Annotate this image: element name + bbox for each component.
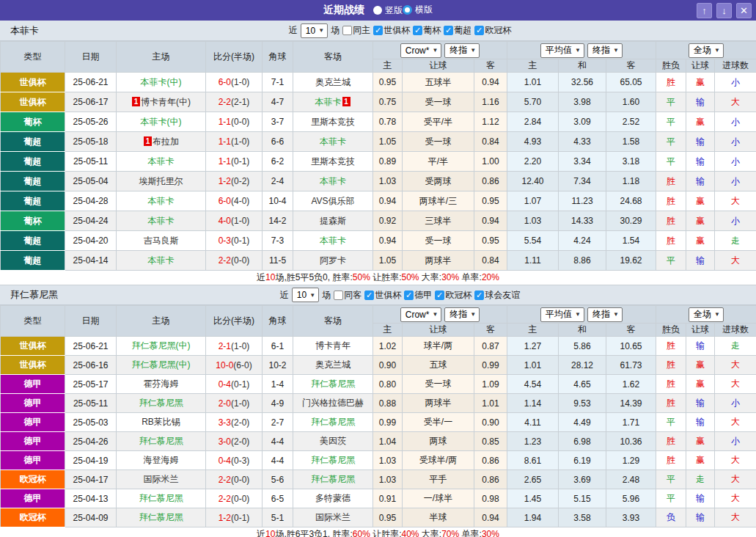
odds-home: 1.04 bbox=[373, 432, 403, 451]
team-label: 阿罗卡 bbox=[320, 255, 346, 266]
away-team: 本菲卡 bbox=[293, 231, 373, 251]
home-team: RB莱比锡 bbox=[117, 413, 206, 432]
avg-draw: 32.56 bbox=[559, 73, 606, 92]
filter-checkbox[interactable]: ✓欧冠杯 bbox=[474, 24, 511, 37]
table-row: 世俱杯25-06-21拜仁慕尼黑(中)2-1(1-0)6-1博卡青年1.02球半… bbox=[1, 337, 756, 356]
odds-source-select[interactable]: Crow*▼ bbox=[400, 43, 442, 58]
odds-time-select[interactable]: 终指▼ bbox=[444, 307, 480, 322]
avg-away: 14.39 bbox=[606, 394, 656, 413]
odds-away: 0.90 bbox=[474, 413, 507, 432]
league-badge: 德甲 bbox=[1, 394, 65, 413]
move-up-button[interactable]: ↑ bbox=[697, 3, 712, 18]
result-outcome: 负 bbox=[656, 508, 686, 527]
red-card-badge: 1 bbox=[342, 97, 351, 106]
result-handicap: 输 bbox=[686, 92, 715, 112]
layout-radio-horizontal[interactable]: 横版 bbox=[403, 4, 433, 16]
avg-home: 4.93 bbox=[507, 132, 559, 152]
layout-radio-vertical[interactable]: 竖版 bbox=[373, 4, 403, 17]
full-time-score: 0-4 bbox=[219, 456, 231, 466]
odds-home: 0.95 bbox=[373, 508, 403, 527]
team-label: 拜仁慕尼黑 bbox=[139, 398, 183, 408]
avg-away: 3.18 bbox=[606, 152, 656, 172]
avg-away: 10.36 bbox=[606, 432, 656, 451]
odds-away: 0.85 bbox=[474, 432, 507, 451]
filter-checkbox[interactable]: 同客 bbox=[334, 289, 362, 302]
checkbox-label: 世俱杯 bbox=[383, 24, 410, 37]
odds-away: 0.87 bbox=[474, 337, 507, 356]
odds-home: 1.03 bbox=[373, 172, 403, 191]
corners: 2-7 bbox=[263, 413, 293, 432]
corners: 1-4 bbox=[263, 375, 293, 394]
result-goals: 大 bbox=[715, 191, 756, 211]
filter-checkbox[interactable]: ✓世俱杯 bbox=[364, 289, 401, 302]
avg-home: 4.11 bbox=[507, 413, 559, 432]
result-handicap: 赢 bbox=[686, 432, 715, 451]
odds-home: 0.92 bbox=[373, 211, 403, 231]
odds-handicap: 两球半 bbox=[403, 394, 474, 413]
odds-handicap: 平/半 bbox=[403, 152, 474, 172]
score: 1-1(1-0) bbox=[206, 132, 263, 152]
league-badge: 世俱杯 bbox=[1, 337, 65, 356]
avg-source-select[interactable]: 平均值▼ bbox=[540, 43, 584, 58]
match-count-select[interactable]: 10▼ bbox=[301, 23, 328, 38]
avg-draw: 28.12 bbox=[559, 356, 606, 375]
avg-draw: 7.34 bbox=[559, 172, 606, 191]
league-badge: 葡超 bbox=[1, 191, 65, 211]
result-handicap: 赢 bbox=[686, 375, 715, 394]
filter-checkbox[interactable]: 同主 bbox=[342, 24, 370, 37]
filter-suffix-label: 场 bbox=[322, 289, 331, 302]
close-button[interactable]: ✕ bbox=[736, 3, 752, 18]
score: 10-0(6-0) bbox=[206, 356, 263, 375]
home-team: 拜仁慕尼黑 bbox=[117, 432, 206, 451]
odds-group-header: Crow*▼终指▼ bbox=[373, 306, 507, 324]
away-team: 拜仁慕尼黑 bbox=[293, 451, 373, 470]
avg-away: 30.29 bbox=[606, 211, 656, 231]
odds-home: 0.90 bbox=[373, 356, 403, 375]
table-row: 世俱杯25-06-21本菲卡(中)6-0(1-0)7-1奥克兰城0.95五球半0… bbox=[1, 73, 756, 92]
filter-suffix-label: 场 bbox=[331, 24, 340, 37]
team-section-benfica: 本菲卡 近10▼场同主✓世俱杯✓葡杯✓葡超✓欧冠杯 类型日期主场比分(半场)角球… bbox=[0, 21, 756, 285]
result-outcome: 胜 bbox=[656, 337, 686, 356]
summary-stat-value: 50% bbox=[353, 272, 370, 282]
team-label: 里斯本竞技 bbox=[311, 156, 355, 167]
odds-home: 1.03 bbox=[373, 470, 403, 489]
corners: 7-1 bbox=[263, 73, 293, 92]
avg-time-select[interactable]: 终指▼ bbox=[587, 43, 623, 58]
score: 2-2(0-0) bbox=[206, 489, 263, 508]
filter-checkbox[interactable]: ✓世俱杯 bbox=[373, 24, 410, 37]
avg-source-select[interactable]: 平均值▼ bbox=[540, 307, 584, 322]
team-label: 本菲卡 bbox=[320, 235, 346, 246]
full-time-score: 2-0 bbox=[219, 398, 231, 409]
chevron-down-icon: ▼ bbox=[318, 27, 324, 34]
scope-select[interactable]: 全场▼ bbox=[689, 307, 724, 322]
team-label: 本菲卡(中) bbox=[141, 77, 182, 87]
move-down-button[interactable]: ↓ bbox=[716, 3, 732, 18]
summary-text: 让胜率: bbox=[370, 272, 402, 282]
odds-time-select[interactable]: 终指▼ bbox=[444, 43, 480, 58]
odds-away: 0.84 bbox=[474, 132, 507, 152]
avg-time-select[interactable]: 终指▼ bbox=[587, 307, 623, 322]
avg-draw: 4.33 bbox=[559, 132, 606, 152]
filter-checkbox[interactable]: ✓葡超 bbox=[444, 24, 471, 37]
odds-source-select[interactable]: Crow*▼ bbox=[400, 307, 442, 322]
summary-text: 场,胜6平3负1, 胜率: bbox=[275, 529, 352, 537]
filter-checkbox[interactable]: ✓球会友谊 bbox=[474, 289, 520, 302]
chevron-down-icon: ▼ bbox=[714, 311, 720, 318]
filter-checkbox[interactable]: ✓德甲 bbox=[404, 289, 432, 302]
result-outcome: 胜 bbox=[656, 211, 686, 231]
league-badge: 葡超 bbox=[1, 231, 65, 251]
full-time-score: 1-2 bbox=[219, 176, 231, 186]
team-label: 本菲卡 bbox=[315, 97, 342, 107]
scope-select[interactable]: 全场▼ bbox=[689, 43, 724, 58]
half-time-score: (1-0) bbox=[231, 398, 249, 409]
match-count-select[interactable]: 10▼ bbox=[292, 288, 319, 302]
avg-away: 19.62 bbox=[606, 251, 656, 271]
league-badge: 世俱杯 bbox=[1, 73, 65, 92]
avg-away: 1.71 bbox=[606, 413, 656, 432]
filter-checkbox[interactable]: ✓葡杯 bbox=[413, 24, 441, 37]
result-outcome: 平 bbox=[656, 413, 686, 432]
avg-away: 1.54 bbox=[606, 231, 656, 251]
filter-checkbox[interactable]: ✓欧冠杯 bbox=[435, 289, 471, 302]
odds-home: 0.88 bbox=[373, 394, 403, 413]
result-outcome: 胜 bbox=[656, 375, 686, 394]
